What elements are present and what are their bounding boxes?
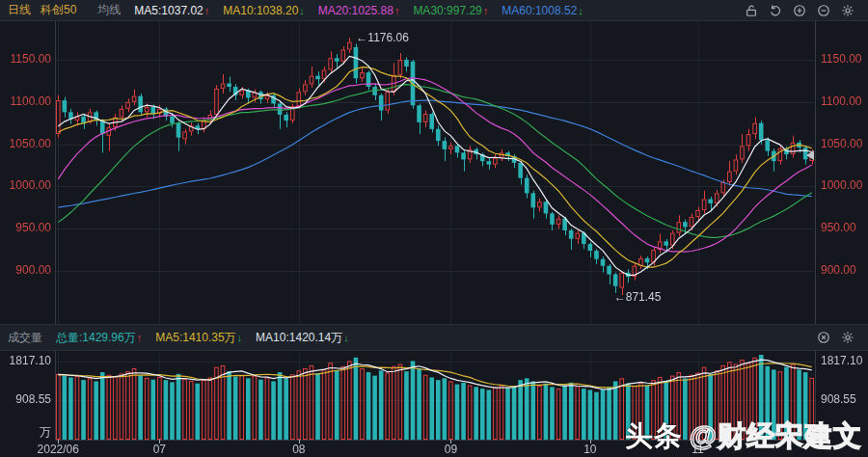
toolbar: 日线 科创50 均线 MA5:1037.02↑MA10:1038.20↓MA20… (0, 0, 868, 21)
volume-legend-item-0: 总量:1429.96万↑ (56, 331, 142, 344)
volume-tick-right: 1817.10 (821, 354, 862, 367)
volume-tick-left: 1817.10 (4, 354, 51, 367)
ma-settings-label[interactable]: 均线 (97, 2, 121, 18)
volume-header: 成交量 总量:1429.96万↑MA5:1410.35万↓MA10:1420.1… (0, 324, 868, 351)
up-arrow-icon: ↑ (394, 5, 400, 16)
period-tab[interactable]: 日线 (8, 2, 31, 18)
zoom-out-icon[interactable] (817, 4, 830, 17)
watermark-brand: 头条 (625, 417, 683, 456)
date-label: 2022/06 (38, 443, 79, 456)
price-tick-right: 1100.00 (821, 94, 862, 108)
price-tick-left: 1100.00 (4, 94, 51, 108)
low-annotation: ←871.45 (614, 290, 662, 304)
price-tick-right: 900.00 (821, 263, 856, 277)
high-annotation: ←1176.06 (356, 31, 409, 44)
down-arrow-icon: ↓ (299, 5, 305, 16)
price-tick-left: 900.00 (4, 263, 51, 277)
price-tick-right: 950.00 (821, 221, 856, 234)
close-circle-icon[interactable] (817, 331, 830, 344)
volume-tick-left: 908.55 (4, 392, 51, 406)
ma-legend-item-4: MA60:1008.52↓ (502, 4, 583, 17)
price-tick-right: 1150.00 (821, 52, 862, 66)
date-label: 09 (445, 443, 457, 456)
down-arrow-icon: ↓ (237, 332, 243, 343)
watermark: 头条 @财经宋建文 (625, 417, 862, 456)
down-arrow-icon: ↓ (343, 332, 349, 343)
price-tick-left: 1150.00 (4, 52, 51, 66)
price-tick-right: 1000.00 (821, 178, 862, 192)
price-tick-left: 950.00 (4, 221, 51, 234)
date-label: 08 (292, 443, 305, 456)
lock-open-icon[interactable] (745, 4, 758, 17)
settings-icon[interactable] (841, 331, 854, 344)
ma-legend-item-1: MA10:1038.20↓ (223, 4, 305, 17)
volume-unit-label: 万 (4, 424, 51, 441)
volume-title: 成交量 (8, 330, 42, 346)
ma-legend: MA5:1037.02↑MA10:1038.20↓MA20:1025.88↑MA… (134, 4, 596, 17)
last-price-marker (806, 150, 814, 160)
volume-legend-item-2: MA10:1420.14万↓ (256, 331, 349, 344)
volume-tick-right: 908.55 (821, 392, 856, 406)
ma-legend-item-2: MA20:1025.88↑ (318, 4, 400, 17)
settings-icon[interactable] (841, 4, 854, 17)
down-arrow-icon: ↓ (578, 5, 583, 16)
toolbar-icons (745, 4, 860, 17)
up-arrow-icon: ↑ (204, 5, 210, 16)
price-tick-left: 1000.00 (4, 178, 51, 192)
date-label: 07 (153, 443, 166, 456)
ma-legend-item-3: MA30:997.29↑ (413, 4, 488, 17)
volume-legend: 总量:1429.96万↑MA5:1410.35万↓MA10:1420.14万↓ (56, 330, 363, 346)
ma-legend-item-0: MA5:1037.02↑ (134, 4, 209, 17)
volume-header-icons (817, 331, 860, 344)
price-tick-left: 1050.00 (4, 137, 51, 150)
watermark-handle: @财经宋建文 (690, 417, 862, 456)
volume-legend-item-1: MA5:1410.35万↓ (155, 331, 242, 344)
zoom-in-icon[interactable] (793, 4, 806, 17)
stock-chart-app: 日线 科创50 均线 MA5:1037.02↑MA10:1038.20↓MA20… (0, 0, 868, 457)
undo-icon[interactable] (769, 4, 782, 17)
price-tick-right: 1050.00 (821, 137, 862, 150)
up-arrow-icon: ↑ (137, 332, 143, 343)
up-arrow-icon: ↑ (483, 5, 489, 16)
chart-canvas[interactable] (0, 0, 868, 457)
symbol-name[interactable]: 科创50 (41, 2, 76, 18)
date-label: 10 (583, 443, 596, 456)
